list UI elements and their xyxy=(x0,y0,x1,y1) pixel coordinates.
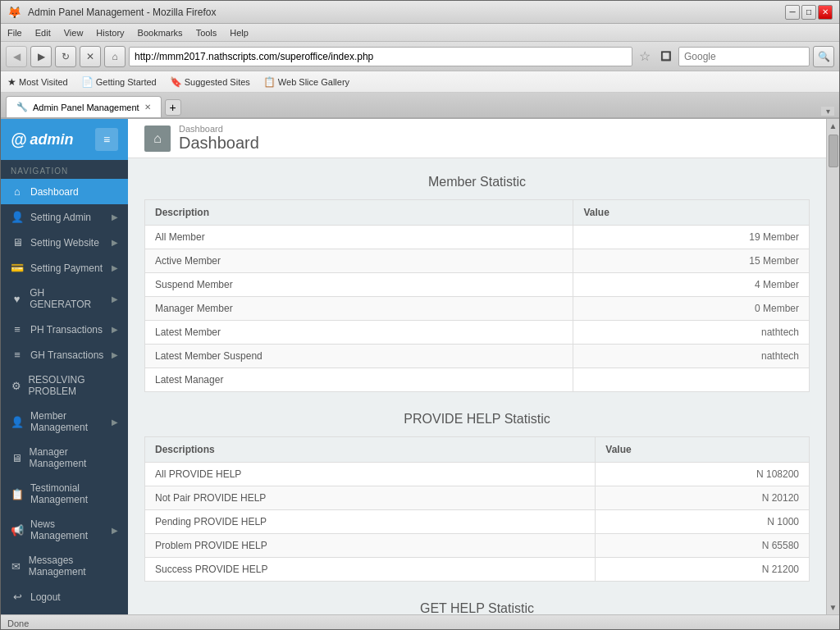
menu-view[interactable]: View xyxy=(64,28,84,38)
member-value: 15 Member xyxy=(573,249,810,273)
bookmark-most-visited[interactable]: ★ Most Visited xyxy=(7,76,68,88)
table-row: Active Member15 Member xyxy=(145,249,810,273)
chevron-right-icon-2: ▶ xyxy=(112,238,118,247)
tab-icon: 🔧 xyxy=(16,102,28,112)
table-row: All PROVIDE HELPN 108200 xyxy=(145,463,810,486)
sidebar-item-setting-website[interactable]: 🖥 Setting Website ▶ xyxy=(1,230,128,255)
active-tab[interactable]: 🔧 Admin Panel Management ✕ xyxy=(6,96,162,117)
member-statistic-table: Description Value All Member19 MemberAct… xyxy=(144,199,810,392)
reload-button[interactable]: ↻ xyxy=(55,46,76,67)
member-desc: Latest Member xyxy=(145,321,573,345)
sidebar-item-setting-admin[interactable]: 👤 Setting Admin ▶ xyxy=(1,204,128,230)
nav-section-label: NAVIGATION xyxy=(1,160,128,179)
sidebar-item-logout[interactable]: ↩ Logout xyxy=(1,584,128,609)
ph-desc: Not Pair PROVIDE HELP xyxy=(145,486,596,510)
menu-bookmarks[interactable]: Bookmarks xyxy=(138,28,183,38)
home-button[interactable]: ⌂ xyxy=(104,46,126,67)
chevron-right-icon-4: ▶ xyxy=(112,294,118,304)
sidebar-item-setting-payment[interactable]: 💳 Setting Payment ▶ xyxy=(1,255,128,281)
news-management-icon: 📢 xyxy=(11,524,24,536)
member-management-icon: 👤 xyxy=(11,416,24,428)
logo-text: admin xyxy=(30,131,74,148)
chevron-right-icon-6: ▶ xyxy=(112,350,118,359)
browser-title: Admin Panel Management - Mozilla Firefox xyxy=(28,7,216,18)
sidebar-item-messages-management[interactable]: ✉ Messages Management xyxy=(1,548,128,584)
sidebar-item-testimonial-management[interactable]: 📋 Testimonial Management xyxy=(1,476,128,512)
new-tab-button[interactable]: + xyxy=(165,99,181,116)
scroll-down-arrow[interactable]: ▼ xyxy=(827,600,839,614)
sidebar-label-news-management: News Management xyxy=(30,518,105,541)
tab-scrollbar[interactable]: ▾ xyxy=(821,107,834,116)
bookmark-suggested-sites[interactable]: 🔖 Suggested Sites xyxy=(170,76,250,88)
table-row: Not Pair PROVIDE HELPN 20120 xyxy=(145,486,810,510)
scroll-thumb[interactable] xyxy=(829,135,838,167)
tab-close-button[interactable]: ✕ xyxy=(144,103,151,112)
manager-management-icon: 🖥 xyxy=(11,452,22,464)
logo-at-icon: @ xyxy=(11,130,27,149)
bookmark-suggested-sites-label: Suggested Sites xyxy=(185,77,250,87)
url-bar[interactable] xyxy=(129,47,632,66)
bookmark-getting-started[interactable]: 📄 Getting Started xyxy=(81,76,157,88)
sidebar-item-news-management[interactable]: 📢 News Management ▶ xyxy=(1,512,128,548)
member-desc: Active Member xyxy=(145,249,573,273)
web-slice-icon: 📋 xyxy=(263,76,276,88)
chevron-right-icon-5: ▶ xyxy=(112,325,118,334)
back-button[interactable]: ◀ xyxy=(6,46,27,67)
bookmark-star[interactable]: ☆ xyxy=(636,48,654,64)
getting-started-icon: 📄 xyxy=(81,76,94,88)
sidebar-item-ph-transactions[interactable]: ≡ PH Transactions ▶ xyxy=(1,317,128,342)
ph-col-descriptions: Descriptions xyxy=(145,437,596,463)
stop-button[interactable]: ✕ xyxy=(80,46,101,67)
sidebar-item-gh-transactions[interactable]: ≡ GH Transactions ▶ xyxy=(1,342,128,368)
sidebar-logo: @ admin xyxy=(11,130,74,149)
sidebar-item-dashboard[interactable]: ⌂ Dashboard xyxy=(1,179,128,204)
sidebar-label-member-management: Member Management xyxy=(30,410,105,433)
sidebar-label-dashboard: Dashboard xyxy=(30,186,79,198)
member-statistic-section: Member Statistic Description Value All M… xyxy=(144,175,810,392)
google-label: 🔲 xyxy=(657,51,675,62)
member-desc: All Member xyxy=(145,226,573,249)
forward-button[interactable]: ▶ xyxy=(30,46,52,67)
chevron-right-icon-3: ▶ xyxy=(112,263,118,272)
sidebar-header: @ admin ≡ xyxy=(1,119,128,160)
sidebar-item-member-management[interactable]: 👤 Member Management ▶ xyxy=(1,404,128,440)
sidebar-item-gh-generator[interactable]: ♥ GH GENERATOR ▶ xyxy=(1,281,128,317)
most-visited-icon: ★ xyxy=(7,76,16,88)
search-button[interactable]: 🔍 xyxy=(813,46,834,67)
sidebar-label-setting-admin: Setting Admin xyxy=(30,212,91,223)
close-button[interactable]: ✕ xyxy=(818,5,833,20)
ph-transactions-icon: ≡ xyxy=(11,323,24,336)
gh-transactions-icon: ≡ xyxy=(11,349,24,361)
sidebar-item-manager-management[interactable]: 🖥 Manager Management xyxy=(1,440,128,476)
menu-toggle-button[interactable]: ≡ xyxy=(95,128,118,151)
maximize-button[interactable]: □ xyxy=(801,5,816,20)
messages-management-icon: ✉ xyxy=(11,560,22,573)
bookmark-web-slice[interactable]: 📋 Web Slice Gallery xyxy=(263,76,349,88)
sidebar: @ admin ≡ NAVIGATION ⌂ Dashboard 👤 Setti… xyxy=(1,119,128,614)
ph-value: N 20120 xyxy=(596,486,810,510)
sidebar-label-testimonial-management: Testimonial Management xyxy=(30,482,118,505)
right-scrollbar[interactable]: ▲ ▼ xyxy=(826,119,839,614)
get-help-title: GET HELP Statistic xyxy=(144,601,810,614)
sidebar-label-logout: Logout xyxy=(30,591,61,603)
page-header: ⌂ Dashboard Dashboard xyxy=(128,119,826,158)
menu-help[interactable]: Help xyxy=(230,28,249,38)
ph-desc: All PROVIDE HELP xyxy=(145,463,596,486)
table-row: Pending PROVIDE HELPN 1000 xyxy=(145,510,810,534)
page-title: Dashboard xyxy=(179,134,259,153)
member-value xyxy=(573,368,810,392)
table-row: Latest Manager xyxy=(145,368,810,392)
bookmark-web-slice-label: Web Slice Gallery xyxy=(278,77,349,87)
menu-history[interactable]: History xyxy=(96,28,124,38)
ph-value: N 21200 xyxy=(596,558,810,582)
menu-edit[interactable]: Edit xyxy=(35,28,51,38)
breadcrumb: Dashboard xyxy=(179,124,259,134)
menu-file[interactable]: File xyxy=(7,28,22,38)
firefox-icon: 🦊 xyxy=(7,6,21,19)
search-input[interactable] xyxy=(678,47,810,66)
scroll-up-arrow[interactable]: ▲ xyxy=(827,119,839,133)
minimize-button[interactable]: ─ xyxy=(785,5,800,20)
sidebar-item-resolving-problem[interactable]: ⚙ RESOLVING PROBLEM xyxy=(1,368,128,404)
menu-tools[interactable]: Tools xyxy=(196,28,217,38)
member-col-value: Value xyxy=(573,200,810,226)
